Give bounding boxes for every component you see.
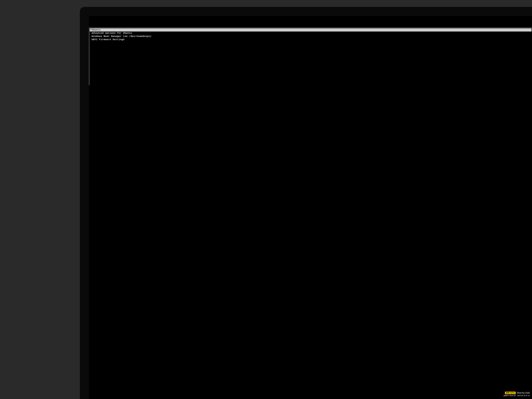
camera-watermark: 真我 realme Shot by Gisli 真我GT Neo5 SE 202… (503, 392, 530, 397)
menu-item-uefi-firmware[interactable]: UEFI Firmware Settings (90, 38, 532, 41)
screen: *Ubuntu Advanced options for Ubuntu Wind… (89, 16, 532, 399)
watermark-line2: 真我GT Neo5 SE 2023 09 16 07:15 (503, 395, 530, 397)
menu-item-advanced-ubuntu[interactable]: Advanced options for Ubuntu (90, 32, 532, 35)
timestamp: 2023 09 16 07:15 (517, 395, 530, 397)
badge-en: realme (510, 392, 515, 394)
realme-badge: 真我 realme (505, 392, 516, 394)
shot-by-text: Shot by Gisli (517, 392, 530, 394)
badge-cn: 真我 (506, 392, 509, 394)
laptop-frame: *Ubuntu Advanced options for Ubuntu Wind… (80, 7, 532, 399)
menu-item-ubuntu[interactable]: *Ubuntu (90, 28, 532, 32)
grub-menu-box: *Ubuntu Advanced options for Ubuntu Wind… (89, 28, 532, 85)
menu-item-windows-boot-manager[interactable]: Windows Boot Manager (on /dev/nvme0n1p1) (90, 35, 532, 38)
watermark-line1: 真我 realme Shot by Gisli (503, 392, 530, 394)
device-name: 真我GT Neo5 SE (503, 395, 516, 397)
